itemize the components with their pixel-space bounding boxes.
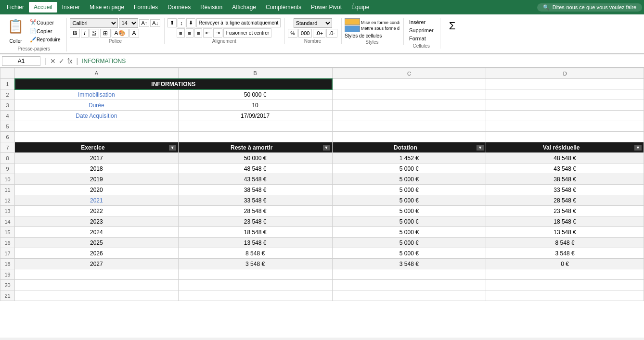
cell-d2[interactable] [486,89,644,100]
cell-b18[interactable]: 3 548 € [178,259,332,269]
menu-accueil[interactable]: Accueil [29,2,57,13]
cell-a18[interactable]: 2027 [15,259,179,269]
cell-c11[interactable]: 5 000 € [332,185,486,195]
cell-b3[interactable]: 10 [178,100,332,111]
cell-b14[interactable]: 23 548 € [178,216,332,227]
percent-button[interactable]: % [288,29,297,38]
cell-c3[interactable] [332,100,486,111]
cell-b16[interactable]: 13 548 € [178,238,332,248]
cell-c18[interactable]: 3 548 € [332,259,486,269]
align-bottom-button[interactable]: ⬇ [186,18,195,27]
menu-donnees[interactable]: Données [163,2,195,13]
dropdown-arrow-a7[interactable]: ▼ [169,145,176,151]
bold-button[interactable]: B [70,29,80,38]
cell-d18[interactable]: 0 € [486,259,644,269]
cell-d9[interactable]: 43 548 € [486,164,644,174]
font-name-select[interactable]: Calibri [70,18,118,28]
decrease-indent-button[interactable]: ⇤ [203,28,212,38]
cell-b5[interactable] [178,121,332,132]
number-format-select[interactable]: Standard [294,18,332,28]
cell-b11[interactable]: 38 548 € [178,185,332,195]
menu-affichage[interactable]: Affichage [227,2,261,13]
cell-b10[interactable]: 43 548 € [178,174,332,185]
decrease-decimal-button[interactable]: .0- [326,29,337,38]
cell-a15[interactable]: 2024 [15,227,179,238]
inserer-cellules-button[interactable]: Insérer [407,18,428,26]
sheet-container[interactable]: A B C D 1 INFORMATIONS 2 Immobilisation [0,68,644,338]
dropdown-arrow-d7[interactable]: ▼ [634,145,642,151]
reproduire-button[interactable]: 🖌️ Reproduire [27,36,63,44]
couper-button[interactable]: ✂️ Couper [27,18,63,26]
cell-a20[interactable] [15,280,179,290]
cell-c13[interactable]: 5 000 € [332,206,486,216]
cell-a10[interactable]: 2019 [15,174,179,185]
font-color-button[interactable]: A [129,29,139,38]
align-left-button[interactable]: ≡ [177,28,184,38]
coller-button[interactable]: 📋 Coller [5,18,26,45]
cell-d11[interactable]: 33 548 € [486,185,644,195]
cell-a19[interactable] [15,269,179,280]
cell-reference-box[interactable]: A1 [2,56,40,66]
menu-mise-en-page[interactable]: Mise en page [85,2,129,13]
cell-c6[interactable] [332,132,486,142]
cell-a17[interactable]: 2026 [15,248,179,259]
cell-b17[interactable]: 8 548 € [178,248,332,259]
menu-fichier[interactable]: Fichier [2,2,29,13]
cell-d10[interactable]: 38 548 € [486,174,644,185]
cell-c8[interactable]: 1 452 € [332,153,486,164]
dropdown-arrow-c7[interactable]: ▼ [477,145,484,151]
cell-a6[interactable] [15,132,179,142]
cell-a9[interactable]: 2018 [15,164,179,174]
cell-d16[interactable]: 8 548 € [486,238,644,248]
menu-power-pivot[interactable]: Power Pivot [306,2,347,13]
menu-equipe[interactable]: Équipe [347,2,374,13]
cell-c5[interactable] [332,121,486,132]
wrap-text-button[interactable]: Renvoyer à la ligne automatiquement [196,18,281,27]
cell-d21[interactable] [486,290,644,301]
cell-a16[interactable]: 2025 [15,238,179,248]
cell-b19[interactable] [178,269,332,280]
cell-a7[interactable]: Exercice ▼ [15,142,179,153]
cell-c14[interactable]: 5 000 € [332,216,486,227]
cell-c12[interactable]: 5 000 € [332,195,486,206]
col-header-b[interactable]: B [178,68,332,79]
cell-d6[interactable] [486,132,644,142]
fill-color-button[interactable]: A🎨 [112,29,129,38]
cell-c4[interactable] [332,111,486,121]
insert-function-icon[interactable]: fx [67,57,73,65]
col-header-d[interactable]: D [486,68,644,79]
cell-b21[interactable] [178,290,332,301]
confirm-formula-icon[interactable]: ✓ [59,57,64,65]
cell-a12[interactable]: 2021 [15,195,179,206]
cell-c2[interactable] [332,89,486,100]
supprimer-cellules-button[interactable]: Supprimer [407,26,436,34]
cell-styles-button[interactable]: Styles de cellules [345,33,382,38]
cell-b13[interactable]: 28 548 € [178,206,332,216]
cell-c20[interactable] [332,280,486,290]
menu-revision[interactable]: Révision [195,2,227,13]
cell-a21[interactable] [15,290,179,301]
cell-d17[interactable]: 3 548 € [486,248,644,259]
cell-a14[interactable]: 2023 [15,216,179,227]
cell-d5[interactable] [486,121,644,132]
conditional-format-button[interactable] [345,18,360,25]
cell-b8[interactable]: 50 000 € [178,153,332,164]
cell-a11[interactable]: 2020 [15,185,179,195]
merge-center-button[interactable]: Fusionner et centrer [223,28,271,38]
col-header-a[interactable]: A [15,68,179,79]
cell-a5[interactable] [15,121,179,132]
cell-b12[interactable]: 33 548 € [178,195,332,206]
increase-font-button[interactable]: A↑ [139,19,149,27]
cell-b9[interactable]: 48 548 € [178,164,332,174]
align-right-button[interactable]: ≡ [194,28,202,38]
cell-a1[interactable]: INFORMATIONS [15,79,333,89]
dropdown-arrow-b7[interactable]: ▼ [323,145,330,151]
align-center-button[interactable]: ≡ [186,28,193,38]
cell-d1[interactable] [486,79,644,89]
border-button[interactable]: ⊞ [100,29,111,38]
table-format-button[interactable] [345,25,360,32]
cell-c16[interactable]: 5 000 € [332,238,486,248]
cell-d20[interactable] [486,280,644,290]
cell-b6[interactable] [178,132,332,142]
menu-formules[interactable]: Formules [129,2,163,13]
